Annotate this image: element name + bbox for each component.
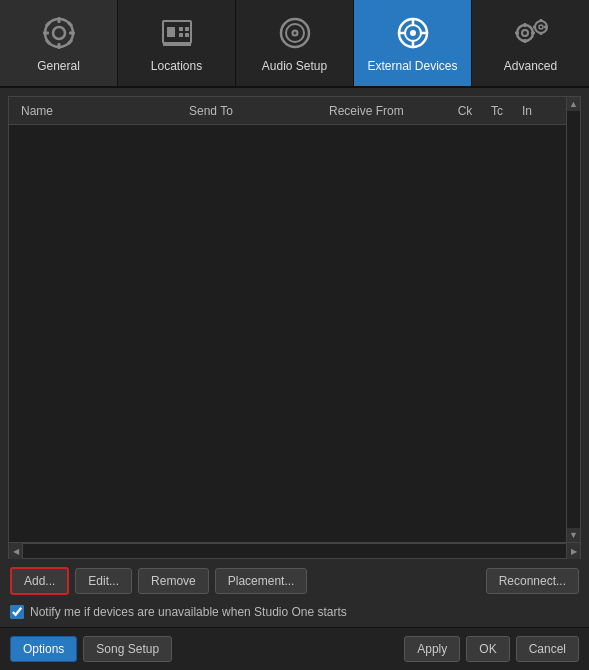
bottom-right-buttons: Apply OK Cancel (404, 636, 579, 662)
reconnect-button[interactable]: Reconnect... (486, 568, 579, 594)
hscroll-left[interactable]: ◀ (9, 543, 23, 559)
svg-point-35 (539, 25, 543, 29)
add-button[interactable]: Add... (10, 567, 69, 595)
advanced-icon (511, 13, 551, 53)
svg-rect-39 (544, 26, 547, 29)
tab-general[interactable]: General (0, 0, 118, 86)
table-header: Name Send To Receive From Ck Tc In (9, 97, 580, 125)
song-setup-button[interactable]: Song Setup (83, 636, 172, 662)
locations-icon (157, 13, 197, 53)
general-icon (39, 13, 79, 53)
tab-general-label: General (37, 59, 80, 73)
hscroll-right[interactable]: ▶ (566, 543, 580, 559)
checkbox-row: Notify me if devices are unavailable whe… (0, 603, 589, 627)
table-body[interactable] (9, 125, 580, 542)
main-content: Name Send To Receive From Ck Tc In ▲ ▼ ◀… (0, 88, 589, 670)
svg-rect-4 (43, 32, 49, 35)
edit-button[interactable]: Edit... (75, 568, 132, 594)
col-name-header: Name (9, 104, 189, 118)
col-send-header: Send To (189, 104, 329, 118)
vscroll-track[interactable] (567, 111, 580, 528)
col-receive-header: Receive From (329, 104, 449, 118)
tab-external-devices-label: External Devices (367, 59, 457, 73)
svg-rect-11 (167, 27, 175, 37)
tab-audio-setup[interactable]: Audio Setup (236, 0, 354, 86)
svg-rect-38 (533, 26, 536, 29)
audio-setup-icon (275, 13, 315, 53)
hscroll-track[interactable] (23, 544, 566, 558)
svg-point-29 (522, 30, 528, 36)
col-tc-header: Tc (481, 104, 513, 118)
tab-audio-setup-label: Audio Setup (262, 59, 327, 73)
svg-rect-32 (515, 32, 519, 35)
svg-point-1 (53, 27, 65, 39)
notify-checkbox[interactable] (10, 605, 24, 619)
svg-point-20 (293, 32, 296, 35)
vscroll-up[interactable]: ▲ (567, 97, 581, 111)
svg-rect-3 (57, 43, 60, 49)
bottom-row: Options Song Setup Apply OK Cancel (0, 627, 589, 670)
remove-button[interactable]: Remove (138, 568, 209, 594)
svg-rect-37 (539, 32, 542, 35)
cancel-button[interactable]: Cancel (516, 636, 579, 662)
svg-rect-5 (69, 32, 75, 35)
svg-rect-36 (539, 19, 542, 22)
svg-rect-33 (531, 32, 535, 35)
svg-rect-12 (179, 27, 183, 31)
vscroll[interactable]: ▲ ▼ (566, 97, 580, 542)
tab-advanced[interactable]: Advanced (472, 0, 589, 86)
svg-rect-31 (523, 39, 526, 43)
svg-rect-14 (179, 33, 183, 37)
tab-external-devices[interactable]: External Devices (354, 0, 472, 86)
svg-rect-15 (185, 33, 189, 37)
notify-label: Notify me if devices are unavailable whe… (30, 605, 347, 619)
svg-point-28 (517, 25, 533, 41)
svg-rect-2 (57, 17, 60, 23)
tab-advanced-label: Advanced (504, 59, 557, 73)
external-devices-icon (393, 13, 433, 53)
placement-button[interactable]: Placement... (215, 568, 308, 594)
ok-button[interactable]: OK (466, 636, 509, 662)
hscroll-area: ◀ ▶ (8, 543, 581, 559)
svg-point-23 (410, 30, 416, 36)
col-in-header: In (513, 104, 541, 118)
svg-rect-30 (523, 23, 526, 27)
tab-locations[interactable]: Locations (118, 0, 236, 86)
buttons-row: Add... Edit... Remove Placement... Recon… (0, 559, 589, 603)
svg-rect-16 (163, 43, 191, 46)
tab-locations-label: Locations (151, 59, 202, 73)
svg-rect-13 (185, 27, 189, 31)
apply-button[interactable]: Apply (404, 636, 460, 662)
options-button[interactable]: Options (10, 636, 77, 662)
col-ck-header: Ck (449, 104, 481, 118)
tab-bar: General Locations Audio Setup (0, 0, 589, 88)
vscroll-down[interactable]: ▼ (567, 528, 581, 542)
